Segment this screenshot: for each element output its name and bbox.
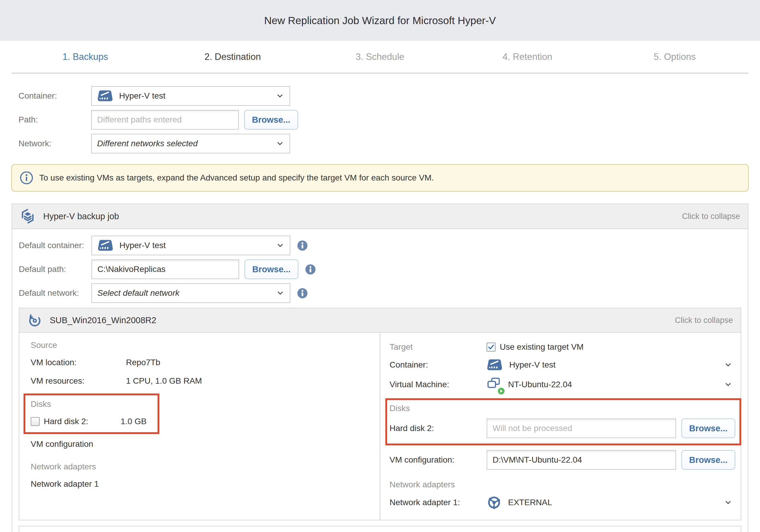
backup-job-panel: Hyper-V backup job Click to collapse Def… (12, 204, 748, 532)
use-existing-target-vm[interactable]: Use existing target VM (487, 342, 584, 352)
hard-disk-2-checkbox[interactable] (31, 417, 40, 426)
source-network-adapter-1: Network adapter 1 (31, 479, 371, 489)
path-browse-button[interactable]: Browse... (244, 110, 298, 129)
target-vm-value: NT-Ubuntu-22.04 (508, 380, 572, 389)
vm-resources-value: 1 CPU, 1.0 GB RAM (126, 376, 202, 386)
default-network-label: Default network: (19, 288, 91, 298)
default-container-label: Default container: (19, 241, 91, 250)
info-banner-text: To use existing VMs as targets, expand t… (39, 173, 434, 183)
running-badge-icon (497, 387, 505, 395)
target-network-adapter-value: EXTERNAL (508, 498, 552, 507)
source-column: Source VM location: Repo7Tb VM resources… (19, 333, 380, 520)
window-title-bar: New Replication Job Wizard for Microsoft… (0, 0, 760, 41)
backup-job-body: Default container: Hyper-V test Default … (12, 229, 748, 532)
hyperv-host-icon (97, 239, 114, 252)
collapse-hint: Click to collapse (675, 316, 733, 325)
source-hard-disk-label: Hard disk 2: (44, 417, 88, 426)
chevron-down-icon[interactable] (724, 380, 732, 389)
target-virtual-machine-row[interactable]: Virtual Machine: NT-Ubuntu-22.04 (390, 376, 735, 393)
path-input[interactable] (91, 110, 239, 129)
default-network-dropdown[interactable]: Select default network (91, 283, 290, 303)
backup-job-icon (20, 209, 35, 224)
target-heading-row: Target Use existing target VM (390, 340, 735, 354)
info-icon[interactable] (305, 264, 316, 275)
default-path-browse-button[interactable]: Browse... (245, 260, 298, 279)
hyperv-host-icon (97, 89, 113, 103)
target-hard-disk-label: Hard disk 2: (390, 423, 487, 433)
backup-job-title: Hyper-V backup job (43, 212, 119, 221)
path-row: Path: Browse... (19, 110, 760, 129)
collapsed-vm-row[interactable]: SUB_WinSrv2019 (19, 526, 741, 532)
target-vm-configuration-input[interactable] (487, 450, 676, 470)
step-destination: 2. Destination (159, 52, 307, 62)
path-label: Path: (19, 115, 91, 124)
info-banner: To use existing VMs as targets, expand t… (11, 164, 749, 192)
backup-job-header[interactable]: Hyper-V backup job Click to collapse (12, 204, 748, 229)
default-path-row: Default path: Browse... (19, 260, 741, 279)
target-vm-configuration-label: VM configuration: (390, 455, 487, 465)
collapse-hint: Click to collapse (682, 212, 740, 221)
vm-location-value: Repo7Tb (126, 358, 160, 367)
target-disks-annotation-box: Disks Hard disk 2: Browse... (385, 398, 741, 445)
chevron-down-icon (276, 241, 284, 250)
target-container-row[interactable]: Container: Hyper-V test (390, 357, 735, 373)
target-vm-label: Virtual Machine: (390, 380, 487, 389)
vm-location-row: VM location: Repo7Tb (31, 357, 371, 368)
target-vm-configuration-browse-button[interactable]: Browse... (681, 450, 735, 470)
chevron-down-icon[interactable] (724, 498, 732, 507)
vm-resources-label: VM resources: (31, 376, 126, 386)
container-label: Container: (19, 91, 91, 101)
page-title: New Replication Job Wizard for Microsoft… (264, 15, 496, 26)
info-icon[interactable] (297, 240, 308, 251)
target-disks-heading: Disks (390, 404, 410, 413)
info-icon[interactable] (297, 288, 308, 299)
vm-subpanel-title: SUB_Win2016_Win2008R2 (50, 315, 156, 325)
source-hard-disk-row: Hard disk 2: 1.0 GB (31, 417, 158, 426)
source-network-adapters-heading: Network adapters (31, 462, 371, 471)
container-value: Hyper-V test (119, 91, 166, 101)
info-circle-icon (20, 171, 33, 185)
source-vm-configuration: VM configuration (31, 439, 371, 449)
target-network-adapter-label: Network adapter 1: (390, 498, 487, 507)
use-existing-target-vm-label: Use existing target VM (500, 342, 584, 352)
default-path-label: Default path: (19, 265, 91, 274)
replication-icon (27, 313, 42, 328)
target-hard-disk-row: Hard disk 2: Browse... (390, 418, 735, 438)
chevron-down-icon (276, 289, 284, 297)
default-container-row: Default container: Hyper-V test (19, 236, 741, 255)
target-network-adapters-heading: Network adapters (390, 480, 735, 489)
chevron-down-icon[interactable] (724, 361, 732, 369)
step-backups[interactable]: 1. Backups (12, 52, 159, 62)
replication-icon (27, 531, 42, 532)
hyperv-host-icon (487, 358, 503, 371)
target-network-adapter-row[interactable]: Network adapter 1: EXTERNAL (390, 494, 735, 511)
default-path-input[interactable] (91, 260, 239, 279)
default-container-value: Hyper-V test (119, 241, 166, 250)
target-hard-disk-input[interactable] (487, 418, 676, 438)
target-column: Target Use existing target VM Container: (380, 333, 741, 520)
wizard-step-bar: 1. Backups 2. Destination 3. Schedule 4.… (12, 41, 748, 73)
use-existing-target-vm-checkbox[interactable] (487, 343, 496, 352)
network-value: Different networks selected (97, 139, 198, 148)
chevron-down-icon (276, 92, 284, 100)
target-vm-configuration-row: VM configuration: Browse... (390, 450, 735, 470)
network-icon (487, 495, 501, 510)
vm-subpanel-header[interactable]: SUB_Win2016_Win2008R2 Click to collapse (19, 308, 741, 333)
step-retention: 4. Retention (453, 52, 601, 62)
source-heading: Source (31, 340, 371, 350)
container-row: Container: Hyper-V test (19, 86, 760, 106)
container-dropdown[interactable]: Hyper-V test (91, 86, 290, 106)
vm-resources-row: VM resources: 1 CPU, 1.0 GB RAM (31, 375, 371, 387)
network-dropdown[interactable]: Different networks selected (91, 134, 290, 153)
default-network-value: Select default network (97, 288, 180, 298)
network-row: Network: Different networks selected (19, 134, 760, 153)
vm-icon (487, 377, 501, 392)
default-container-dropdown[interactable]: Hyper-V test (91, 236, 290, 255)
network-label: Network: (19, 139, 91, 148)
chevron-down-icon (276, 139, 284, 148)
target-hard-disk-browse-button[interactable]: Browse... (681, 418, 735, 438)
step-schedule: 3. Schedule (307, 52, 454, 62)
target-container-value: Hyper-V test (509, 360, 556, 370)
default-network-row: Default network: Select default network (19, 283, 741, 303)
source-disks-annotation-box: Disks Hard disk 2: 1.0 GB (24, 394, 159, 434)
